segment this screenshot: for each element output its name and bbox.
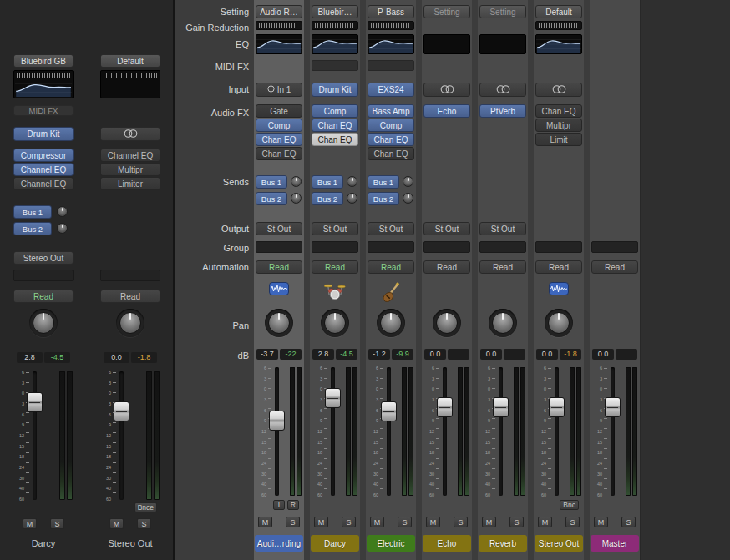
midi-fx-slot[interactable]	[312, 60, 358, 71]
track-icon-waveform[interactable]	[549, 282, 569, 297]
solo-button[interactable]: S	[50, 518, 64, 529]
send-bus-button[interactable]: Bus 2	[256, 192, 287, 205]
fx-slot-button[interactable]: Compressor	[13, 149, 74, 162]
eq-display[interactable]	[368, 34, 414, 54]
setting-button[interactable]: Default	[100, 54, 160, 68]
fx-slot-button[interactable]: Multipr	[100, 163, 160, 176]
fader-cap[interactable]	[549, 397, 565, 417]
fader-track[interactable]	[33, 371, 37, 500]
automation-mode-button[interactable]: Read	[368, 260, 414, 274]
automation-mode-button[interactable]: Read	[312, 260, 358, 274]
fader-cap[interactable]	[114, 401, 129, 421]
track-name-label[interactable]: Stereo Out	[535, 535, 583, 552]
peak-value[interactable]: -4.5	[44, 352, 70, 363]
send-bus-button[interactable]: Bus 2	[13, 222, 52, 235]
fader-cap[interactable]	[27, 392, 43, 412]
fader-cap[interactable]	[269, 411, 285, 431]
setting-button[interactable]: Audio R…	[256, 5, 302, 18]
group-slot[interactable]	[13, 270, 74, 281]
solo-button[interactable]: S	[342, 517, 356, 527]
volume-value[interactable]: -1.2	[368, 349, 390, 360]
peak-value[interactable]	[504, 349, 525, 360]
pan-knob[interactable]	[265, 309, 293, 337]
fader-track[interactable]	[443, 367, 447, 496]
mute-button[interactable]: M	[594, 517, 608, 527]
midi-fx-slot[interactable]	[368, 60, 414, 71]
mute-button[interactable]: M	[258, 517, 272, 527]
output-slot-button[interactable]: St Out	[479, 222, 526, 235]
pan-knob[interactable]	[116, 309, 144, 337]
output-slot-button[interactable]: St Out	[312, 222, 358, 235]
group-slot[interactable]	[368, 241, 414, 253]
fx-slot-button[interactable]: PtVerb	[479, 104, 526, 118]
send-level-knob[interactable]	[57, 223, 68, 234]
fx-slot-button[interactable]: Chan EQ	[368, 133, 414, 146]
fader-track[interactable]	[555, 367, 559, 496]
send-bus-button[interactable]: Bus 1	[312, 175, 343, 189]
setting-button[interactable]: Setting	[479, 5, 526, 18]
send-bus-button[interactable]: Bus 2	[312, 192, 343, 205]
peak-value[interactable]	[448, 349, 469, 360]
fader-cap[interactable]	[325, 388, 341, 408]
group-slot[interactable]	[423, 241, 470, 253]
setting-button[interactable]: Bluebir…	[312, 5, 358, 18]
record-enable-button[interactable]: R	[287, 500, 299, 510]
fx-slot-button[interactable]: Comp	[368, 119, 414, 132]
fader-track[interactable]	[119, 371, 124, 500]
send-bus-button[interactable]: Bus 1	[368, 175, 399, 189]
instrument-slot-button[interactable]: Drum Kit	[13, 127, 74, 141]
solo-button[interactable]: S	[286, 517, 300, 527]
track-name-label[interactable]: Echo	[423, 535, 471, 552]
solo-button[interactable]: S	[398, 517, 412, 527]
pan-knob[interactable]	[29, 309, 58, 337]
input-slot-button[interactable]	[423, 83, 470, 97]
eq-display[interactable]	[423, 34, 470, 54]
fader-cap[interactable]	[437, 397, 453, 417]
input-slot-button[interactable]	[479, 83, 526, 97]
output-slot-button[interactable]: St Out	[368, 222, 414, 235]
pan-knob[interactable]	[321, 309, 349, 337]
track-name-label[interactable]: Darcy	[311, 535, 359, 552]
track-icon-drums[interactable]	[324, 282, 347, 302]
peak-value[interactable]: -1.8	[560, 349, 581, 360]
fx-slot-button[interactable]: Chan EQ	[535, 104, 582, 118]
mute-button[interactable]: M	[426, 517, 440, 527]
volume-value[interactable]: 2.8	[17, 352, 43, 363]
track-name-label[interactable]: Master	[591, 535, 639, 552]
mute-button[interactable]: M	[538, 517, 552, 527]
fx-slot-button[interactable]: Chan EQ	[368, 147, 414, 160]
fx-slot-button[interactable]: Multipr	[535, 119, 582, 132]
fx-slot-button[interactable]: Channel EQ	[100, 149, 160, 162]
fader-track[interactable]	[499, 367, 503, 496]
solo-button[interactable]: S	[621, 517, 636, 527]
fx-slot-button[interactable]: Comp	[312, 104, 358, 118]
peak-value[interactable]: -1.8	[131, 352, 157, 363]
group-slot[interactable]	[100, 270, 160, 281]
automation-mode-button[interactable]: Read	[256, 260, 302, 274]
automation-mode-button[interactable]: Read	[13, 290, 74, 303]
setting-button[interactable]: P-Bass	[368, 5, 414, 18]
volume-value[interactable]: 0.0	[592, 349, 614, 360]
send-level-knob[interactable]	[347, 176, 357, 187]
automation-mode-button[interactable]: Read	[100, 290, 160, 303]
eq-display[interactable]	[535, 34, 582, 54]
input-monitor-button[interactable]: I	[273, 500, 285, 510]
group-slot[interactable]	[312, 241, 358, 253]
send-level-knob[interactable]	[403, 176, 413, 187]
pan-knob[interactable]	[489, 309, 517, 337]
fx-slot-button[interactable]: Chan EQ	[312, 119, 358, 132]
fx-slot-button[interactable]: Comp	[256, 119, 302, 132]
eq-display[interactable]	[13, 70, 74, 98]
fx-slot-button[interactable]: Limit	[535, 133, 582, 146]
mute-button[interactable]: M	[482, 517, 496, 527]
peak-value[interactable]: -22	[280, 349, 302, 360]
output-slot-button[interactable]: Stereo Out	[13, 251, 74, 265]
send-level-knob[interactable]	[403, 193, 413, 204]
volume-value[interactable]: 2.8	[312, 349, 334, 360]
bounce-button[interactable]: Bnc	[560, 500, 579, 510]
volume-value[interactable]: 0.0	[536, 349, 558, 360]
group-slot[interactable]	[256, 241, 302, 253]
fx-slot-button[interactable]: Echo	[423, 104, 470, 118]
fader-cap[interactable]	[493, 397, 509, 417]
fx-slot-button[interactable]: Channel EQ	[13, 163, 74, 176]
